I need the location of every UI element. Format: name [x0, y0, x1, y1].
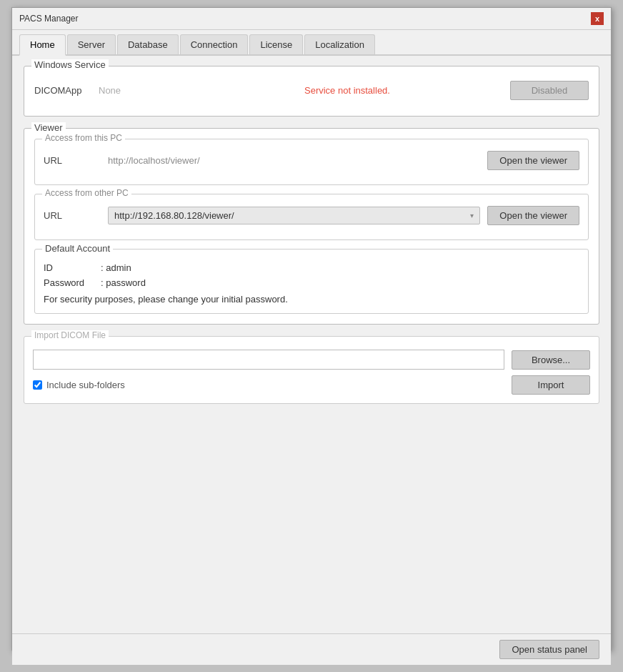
tab-home[interactable]: Home [19, 34, 66, 56]
dicomapp-value: None [99, 85, 304, 96]
viewer-section-title: Viewer [31, 122, 66, 133]
content-area: Windows Service DICOMApp None Service no… [12, 56, 611, 633]
browse-button[interactable]: Browse... [512, 350, 590, 370]
this-pc-url-label: URL [44, 155, 108, 166]
window-title: PACS Manager [19, 14, 78, 24]
include-subfolders-checkbox[interactable] [33, 380, 42, 390]
other-pc-url-row: URL http://192.168.80.128/viewer/ ▾ Open… [44, 206, 579, 225]
this-pc-url-value: http://localhost/viewer/ [108, 155, 480, 166]
tab-server[interactable]: Server [67, 34, 116, 54]
titlebar: PACS Manager x [12, 8, 611, 30]
windows-service-row: DICOMApp None Service not installed. Dis… [34, 81, 589, 100]
access-this-pc-title: Access from this PC [42, 133, 125, 143]
open-viewer-this-pc-button[interactable]: Open the viewer [487, 151, 579, 170]
include-subfolders-row: Include sub-folders [33, 380, 125, 390]
other-pc-url-label: URL [44, 210, 108, 221]
service-status-text: Service not installed. [304, 85, 510, 96]
include-subfolders-label: Include sub-folders [46, 380, 125, 390]
import-dicom-section: Import DICOM File Browse... Include sub-… [24, 336, 599, 404]
access-other-pc-title: Access from other PC [42, 188, 131, 198]
default-account-title: Default Account [42, 243, 113, 254]
security-note: For security purposes, please change you… [44, 294, 579, 305]
account-id-row: ID : admin [44, 262, 579, 273]
windows-service-content: DICOMApp None Service not installed. Dis… [34, 81, 589, 100]
close-button[interactable]: x [591, 12, 604, 25]
windows-service-section: Windows Service DICOMApp None Service no… [24, 66, 599, 117]
tab-bar: Home Server Database Connection License … [12, 30, 611, 56]
default-account-group: Default Account ID : admin Password : pa… [34, 249, 589, 314]
open-viewer-other-pc-button[interactable]: Open the viewer [487, 206, 579, 225]
tab-localization[interactable]: Localization [304, 34, 375, 54]
this-pc-url-row: URL http://localhost/viewer/ Open the vi… [44, 151, 579, 170]
bottom-bar: Open status panel [12, 633, 611, 665]
account-id-label: ID [44, 262, 101, 273]
windows-service-title: Windows Service [31, 59, 109, 70]
import-section-title: Import DICOM File [31, 330, 109, 340]
tab-license[interactable]: License [249, 34, 303, 54]
account-password-row: Password : password [44, 277, 579, 288]
access-this-pc-group: Access from this PC URL http://localhost… [34, 139, 589, 185]
chevron-down-icon: ▾ [470, 212, 474, 219]
import-file-row: Browse... [33, 350, 590, 370]
disabled-button[interactable]: Disabled [510, 81, 589, 100]
import-button[interactable]: Import [512, 375, 590, 395]
other-pc-url-dropdown[interactable]: http://192.168.80.128/viewer/ ▾ [108, 207, 480, 224]
tab-connection[interactable]: Connection [180, 34, 249, 54]
viewer-section: Viewer Access from this PC URL http://lo… [24, 128, 599, 325]
access-other-pc-content: URL http://192.168.80.128/viewer/ ▾ Open… [44, 206, 579, 225]
account-password-value: : password [101, 277, 146, 288]
access-other-pc-group: Access from other PC URL http://192.168.… [34, 194, 589, 240]
tab-database[interactable]: Database [117, 34, 179, 54]
account-password-label: Password [44, 277, 101, 288]
account-id-value: : admin [101, 262, 131, 273]
main-window: PACS Manager x Home Server Database Conn… [11, 7, 612, 651]
access-this-pc-content: URL http://localhost/viewer/ Open the vi… [44, 151, 579, 170]
open-status-panel-button[interactable]: Open status panel [499, 640, 599, 659]
import-bottom-row: Include sub-folders Import [33, 375, 590, 395]
file-path-input[interactable] [33, 350, 504, 370]
default-account-content: ID : admin Password : password For secur… [44, 262, 579, 305]
other-pc-url-value: http://192.168.80.128/viewer/ [114, 210, 234, 221]
dicomapp-label: DICOMApp [34, 85, 99, 96]
